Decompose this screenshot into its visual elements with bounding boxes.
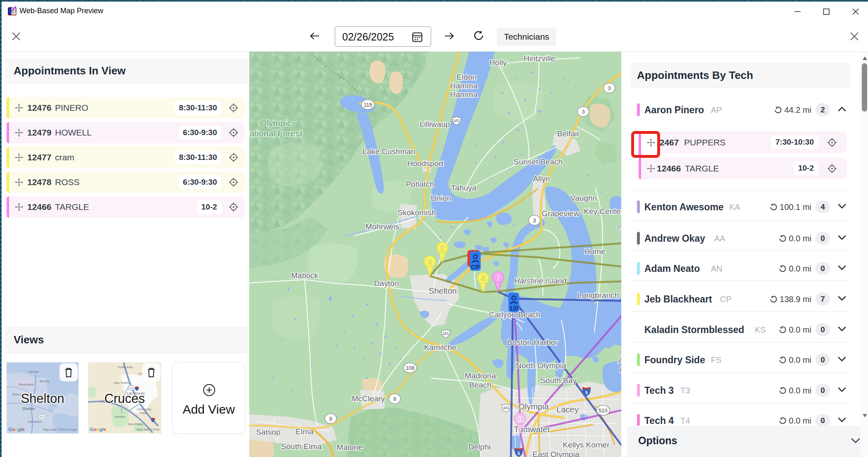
svg-text:Shelton: Shelton <box>429 286 457 295</box>
svg-text:3: 3 <box>582 109 584 115</box>
svg-text:101: 101 <box>453 119 460 123</box>
svg-text:101: 101 <box>40 415 45 418</box>
svg-text:Holly: Holly <box>489 58 507 67</box>
svg-text:Bonny: Bonny <box>40 379 49 383</box>
svg-text:Skokomish: Skokomish <box>398 208 436 217</box>
svg-text:13l: 13l <box>509 305 518 312</box>
svg-text:Union: Union <box>431 194 451 202</box>
svg-text:Hamma: Hamma <box>450 81 478 90</box>
svg-text:Madrona: Madrona <box>465 371 496 380</box>
svg-text:Hintzville: Hintzville <box>524 54 555 63</box>
svg-text:Mesilla: Mesilla <box>114 415 125 419</box>
svg-text:San Ysidro: San Ysidro <box>114 381 130 385</box>
svg-text:South Elma: South Elma <box>281 442 322 451</box>
svg-text:Allyn: Allyn <box>533 174 550 183</box>
svg-text:Hoodsport: Hoodsport <box>407 159 444 168</box>
svg-text:McCleary: McCleary <box>352 394 385 403</box>
svg-text:Beach: Beach <box>469 381 491 389</box>
svg-text:Home: Home <box>584 247 606 256</box>
svg-text:101: 101 <box>503 406 509 410</box>
svg-text:4: 4 <box>481 274 486 283</box>
svg-text:5: 5 <box>517 451 520 456</box>
svg-text:Potlatch: Potlatch <box>406 180 434 188</box>
svg-text:2: 2 <box>440 244 444 253</box>
svg-text:3: 3 <box>608 85 610 91</box>
svg-text:Kamilche: Kamilche <box>424 343 456 352</box>
svg-text:Delphi: Delphi <box>468 443 491 451</box>
svg-text:Dayton: Dayton <box>374 279 399 288</box>
svg-text:South Bay: South Bay <box>540 376 577 385</box>
svg-text:101: 101 <box>443 331 449 336</box>
svg-text:8: 8 <box>393 396 396 402</box>
svg-text:San Pablo: San Pablo <box>128 422 143 426</box>
svg-text:Shelton: Shelton <box>22 407 35 411</box>
svg-text:Longbranch: Longbranch <box>577 291 619 300</box>
svg-text:Google: Google <box>90 427 106 432</box>
svg-text:510: 510 <box>599 407 608 414</box>
svg-text:Satsop: Satsop <box>256 428 280 436</box>
svg-text:North Olympia: North Olympia <box>516 361 566 370</box>
svg-text:108: 108 <box>405 365 415 371</box>
svg-text:119: 119 <box>364 102 372 108</box>
svg-text:3: 3 <box>427 257 432 267</box>
svg-text:Mohrweis: Mohrweis <box>365 222 399 231</box>
svg-text:University: University <box>137 407 151 411</box>
svg-text:1: 1 <box>496 273 500 282</box>
svg-text:Olympic: Olympic <box>260 118 291 128</box>
svg-text:Tahuya: Tahuya <box>451 183 477 192</box>
svg-text:Kellys Korner: Kellys Korner <box>563 440 610 449</box>
svg-text:Tahuya: Tahuya <box>28 370 39 374</box>
svg-text:Belfair: Belfair <box>557 129 580 138</box>
svg-text:1: 1 <box>517 414 522 424</box>
svg-text:Olympia: Olympia <box>518 402 549 411</box>
svg-text:Grapeview: Grapeview <box>542 209 579 218</box>
svg-text:Lake Cushman: Lake Cushman <box>362 147 415 156</box>
svg-text:Malone: Malone <box>337 443 362 452</box>
svg-text:Boston Harbor: Boston Harbor <box>507 338 558 347</box>
svg-text:Matlock: Matlock <box>291 271 318 280</box>
svg-text:Key Center: Key Center <box>584 207 621 216</box>
svg-text:5: 5 <box>585 390 588 395</box>
svg-text:Doña Ana: Doña Ana <box>118 365 133 369</box>
svg-text:Mountview: Mountview <box>18 383 34 386</box>
svg-text:Elma: Elma <box>296 427 314 436</box>
svg-text:Park: Park <box>140 411 147 415</box>
svg-text:East Olympia: East Olympia <box>533 450 579 457</box>
svg-text:CP: CP <box>471 263 480 270</box>
svg-text:Eldon: Eldon <box>457 73 477 81</box>
svg-text:Harstine Island: Harstine Island <box>514 276 567 285</box>
svg-text:Google: Google <box>8 427 25 432</box>
svg-text:70: 70 <box>130 387 133 390</box>
svg-text:Sunset Beach: Sunset Beach <box>514 157 563 166</box>
svg-text:3: 3 <box>533 217 536 224</box>
svg-text:Map data ©2025 Google: Map data ©2025 Google <box>43 428 77 431</box>
svg-text:8: 8 <box>329 416 332 422</box>
svg-text:Lilliwaup: Lilliwaup <box>420 120 450 129</box>
svg-text:Hamma: Hamma <box>450 90 478 99</box>
svg-text:Lacey: Lacey <box>556 405 578 414</box>
svg-text:Kamilche: Kamilche <box>28 420 42 424</box>
svg-text:Vaughn: Vaughn <box>570 194 597 202</box>
svg-text:Map data ©2025: Map data ©2025 <box>136 428 160 431</box>
svg-text:National Forest: National Forest <box>249 129 302 138</box>
svg-text:Ande: Ande <box>618 356 621 364</box>
